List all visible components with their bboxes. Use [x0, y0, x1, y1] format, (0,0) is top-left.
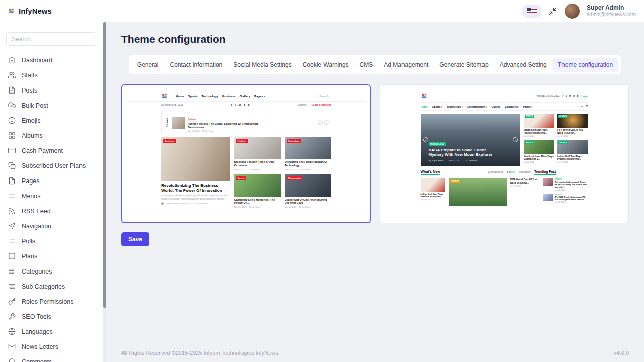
theme-option-1[interactable]: Home Sports Technology Business Gallery …: [121, 84, 371, 223]
linkedin-icon: in: [239, 103, 241, 106]
app-brand[interactable]: InfyNews: [8, 7, 52, 15]
sidebar-search-input[interactable]: [6, 32, 97, 46]
article-image: Photography: [285, 174, 331, 197]
facebook-icon: f: [562, 95, 564, 97]
feature-image: Business: [161, 137, 230, 181]
theme-option-2[interactable]: Thursday, Jul 01, 2021 f y in o B Login: [380, 84, 629, 223]
sidebar-item-posts[interactable]: Posts: [0, 83, 103, 98]
users-icon: [8, 71, 16, 79]
twitter-icon: y: [566, 95, 567, 97]
tab-ad-management[interactable]: Ad Management: [378, 58, 434, 72]
theme2-nav: Home Sports Technology Entertainment Gal…: [421, 102, 589, 111]
theme1-social-icons: f y in o B: [231, 103, 250, 106]
version-text: v4.0.0: [614, 350, 629, 356]
search-icon: ⌕: [317, 94, 318, 98]
sidebar-item-languages[interactable]: Languages: [0, 324, 103, 339]
user-menu[interactable]: Super Admin admin@infynews.com: [587, 4, 636, 18]
article-image: SPORTS: [557, 114, 588, 128]
sidebar-item-comments[interactable]: Comments: [0, 354, 103, 362]
columns-icon: [8, 252, 16, 260]
sidebar-item-subscribed-user-plans[interactable]: Subscribed User Plans: [0, 158, 103, 173]
theme2-side-card: SPORTS FIFA World Cup All You Need To Kn…: [557, 114, 588, 137]
tab-generate-sitemap[interactable]: Generate Sitemap: [434, 58, 494, 72]
theme1-article-card: Technology Disrupting The Future: Impact…: [285, 137, 331, 171]
user-avatar[interactable]: [565, 4, 580, 19]
sidebar-item-plans[interactable]: Plans: [0, 249, 103, 264]
topbar: InfyNews Super Admin admin@infynews.com: [0, 0, 644, 22]
pinterest-icon: o: [573, 95, 575, 97]
sidebar-item-roles-permissions[interactable]: Roles Permissions: [0, 294, 103, 309]
theme2-bottom-card: Indian Golf Star Plays Practice Round Wi…: [421, 178, 445, 206]
footer: All Rights Reserved ©2015-2025 Infyom Te…: [106, 344, 644, 362]
scrollbar-thumb[interactable]: [103, 22, 106, 308]
globe-icon: [8, 328, 16, 336]
app-logo-icon: [8, 8, 15, 14]
copyright-text: All Rights Reserved ©2015-2025 Infyom Te…: [121, 350, 278, 356]
theme1-trending-strip: Trending Fashion Fashion Across The Glob…: [161, 111, 331, 134]
tab-cms[interactable]: CMS: [354, 58, 379, 72]
tab-general[interactable]: General: [132, 58, 165, 72]
sidebar-item-albums[interactable]: Albums: [0, 128, 103, 143]
align-left-icon: [8, 267, 16, 276]
theme1-preview: Home Sports Technology Business Gallery …: [126, 89, 366, 219]
theme2-login-link: Login: [581, 95, 588, 98]
mail-icon: [8, 343, 16, 351]
trending-post-heading: Trending Post: [534, 170, 556, 175]
theme1-auth-links: Login | Register: [312, 103, 331, 106]
theme2-side-card: SPORTS Indian Golf Star Plays Practice R…: [557, 140, 588, 164]
theme1-date: December 08, 2023: [161, 103, 183, 106]
hamburger-icon: ☰: [586, 105, 588, 108]
theme2-bottom-feature: FIFA World Cup All You Need To Know... J…: [510, 178, 539, 206]
tab-advanced-setting[interactable]: Advanced Setting: [494, 58, 552, 72]
sidebar-item-cash-payment[interactable]: Cash Payment: [0, 143, 103, 158]
behance-icon: B: [577, 95, 578, 97]
smile-icon: [8, 117, 16, 125]
prev-icon: ‹: [423, 137, 428, 142]
tab-theme-configuration[interactable]: Theme configuration: [552, 58, 618, 72]
theme1-article-card: Fashion Dressing Fashion Tips For Any Oc…: [234, 137, 281, 171]
language-flag-button[interactable]: [522, 5, 541, 18]
article-thumbnail: [543, 194, 553, 201]
theme2-date: Thursday, Jul 01, 2021: [535, 95, 559, 97]
sidebar-item-pages[interactable]: Pages: [0, 173, 103, 189]
author-avatar: [161, 202, 164, 205]
search-icon: ⌕: [581, 105, 583, 108]
sidebar-item-menus[interactable]: Menus: [0, 189, 103, 204]
whats-new-heading: What's New: [421, 170, 440, 175]
pinterest-icon: o: [244, 103, 245, 106]
sidebar-item-staffs[interactable]: Staffs: [0, 68, 103, 83]
tab-contact-information[interactable]: Contact Information: [165, 58, 228, 72]
sidebar-item-sub-categories[interactable]: Sub Categories: [0, 279, 103, 294]
theme1-search: ⌕ Search...: [317, 94, 331, 98]
theme1-logo-icon: [161, 93, 168, 99]
sidebar-item-dashboard[interactable]: Dashboard: [0, 53, 103, 68]
sidebar-item-categories[interactable]: Categories: [0, 264, 103, 279]
next-icon: ›: [513, 137, 518, 142]
app-name: InfyNews: [19, 7, 52, 15]
theme1-article-card: Sports Capturing Life's Memories: The Po…: [234, 174, 281, 209]
sidebar-item-news-letters[interactable]: News Letters: [0, 339, 103, 354]
trending-thumbnail: [172, 117, 185, 129]
theme2-side-card: SPORTS Indian Golf Star Plays Practice R…: [524, 114, 554, 137]
sidebar-item-bulk-post[interactable]: Bulk Post: [0, 98, 103, 113]
trending-item: SPORTS The music had stopped! Singer Kk …: [543, 178, 588, 191]
sidebar-item-navigation[interactable]: Navigation: [0, 219, 103, 234]
next-icon: ›: [324, 120, 329, 125]
file-text-icon: [8, 86, 16, 95]
theme1-article-card: Photography Cyclist Out Of Giro After In…: [285, 174, 331, 209]
home-icon: [8, 56, 16, 64]
sidebar-item-polls[interactable]: Polls: [0, 234, 103, 249]
settings-tabs: General Contact Information Social Media…: [129, 55, 621, 74]
fullscreen-compress-icon[interactable]: [548, 7, 557, 16]
save-button[interactable]: Save: [121, 232, 149, 246]
tab-social-media-settings[interactable]: Social Media Settings: [228, 58, 297, 72]
tab-cookie-warnings[interactable]: Cookie Warnings: [297, 58, 354, 72]
sidebar-item-emojis[interactable]: Emojis: [0, 113, 103, 128]
article-image: SPORTS: [524, 140, 554, 154]
align-justify-icon: [8, 283, 16, 291]
sidebar-item-rss-feed[interactable]: RSS Feed: [0, 204, 103, 219]
sidebar-item-seo-tools[interactable]: SEO Tools: [0, 309, 103, 324]
facebook-icon: f: [231, 103, 232, 106]
theme1-nav: Home Sports Technology Business Gallery …: [176, 95, 265, 98]
theme2-wide-image: SPORTS: [449, 178, 507, 206]
